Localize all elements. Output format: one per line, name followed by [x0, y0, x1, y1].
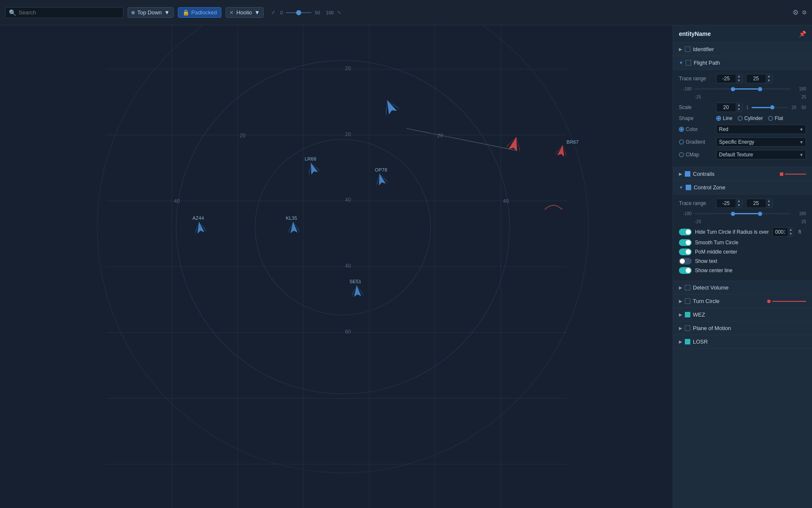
trace-range-min-spinners: ▲ ▼ [736, 74, 742, 83]
identifier-checkbox[interactable] [685, 46, 690, 52]
gradient-select[interactable]: Specific Energy Altitude Speed [716, 137, 806, 147]
cz-trace-min-up[interactable]: ▲ [736, 199, 742, 203]
hide-turn-up[interactable]: ▲ [787, 228, 793, 232]
map-area[interactable]: 20 20 40 40 60 40 20 20 40 [0, 25, 673, 508]
pom-toggle[interactable] [679, 249, 692, 255]
cmap-select-wrapper[interactable]: Default Texture Heat Cool ▼ [716, 150, 806, 159]
scale-input[interactable]: ▲ ▼ [716, 103, 743, 112]
aircraft-op78[interactable]: OP78 [372, 164, 392, 186]
aircraft-red-main[interactable] [505, 135, 524, 153]
section-losr[interactable]: ▶ LOSR [673, 335, 812, 349]
shape-flat-radio[interactable] [768, 116, 773, 121]
control-zone-checkbox[interactable] [686, 185, 691, 190]
cz-trace-max-down[interactable]: ▼ [766, 203, 772, 208]
gradient-select-wrapper[interactable]: Specific Energy Altitude Speed ▼ [716, 137, 806, 147]
cz-trace-min-down[interactable]: ▼ [736, 203, 742, 208]
aircraft-lr68[interactable]: LR68 [302, 153, 322, 176]
section-identifier[interactable]: ▶ Identifier [673, 43, 812, 56]
color-radio-item[interactable]: Color [679, 126, 713, 132]
cmap-radio-item[interactable]: CMap [679, 152, 713, 158]
show-center-toggle[interactable] [679, 267, 692, 274]
section-detect-volume[interactable]: ▶ Detect Volume [673, 281, 812, 295]
svg-line-25 [406, 128, 516, 150]
trace-range-max-down[interactable]: ▼ [766, 79, 772, 83]
trace-range-min-value[interactable] [717, 74, 736, 83]
contrails-checkbox[interactable] [685, 171, 690, 177]
cz-trace-max-input[interactable]: ▲ ▼ [746, 199, 773, 208]
pin-icon[interactable]: 📌 [799, 30, 806, 37]
detect-volume-arrow-icon: ▶ [679, 285, 682, 290]
cz-slider-left-thumb[interactable] [731, 212, 735, 216]
trace-range-min-input[interactable]: ▲ ▼ [716, 74, 743, 83]
slider-left-thumb[interactable] [731, 87, 735, 91]
scale-down[interactable]: ▼ [736, 107, 742, 112]
plane-of-motion-checkbox[interactable] [685, 325, 690, 331]
svg-marker-26 [383, 98, 397, 115]
shape-flat-item[interactable]: Flat [768, 115, 783, 121]
section-plane-of-motion[interactable]: ▶ Plane of Motion [673, 322, 812, 335]
hide-turn-circle-label: Hide Turn Circle if Radius is over [695, 229, 769, 235]
shape-line-item[interactable]: Line [716, 115, 733, 121]
gradient-radio-item[interactable]: Gradient [679, 139, 713, 145]
trace-range-max-up[interactable]: ▲ [766, 74, 772, 79]
turn-circle-checkbox[interactable] [685, 298, 690, 304]
svg-marker-48 [289, 221, 297, 233]
cmap-select[interactable]: Default Texture Heat Cool [716, 150, 806, 159]
cz-slider-right-thumb[interactable] [758, 212, 762, 216]
settings-icon[interactable]: ⚙ [793, 8, 798, 16]
scale-up[interactable]: ▲ [736, 103, 742, 107]
search-box[interactable]: 🔍 [5, 7, 123, 18]
color-radio[interactable] [679, 127, 684, 132]
cz-trace-max-value[interactable] [747, 199, 766, 208]
flight-path-body: Trace range ▲ ▼ ▲ ▼ - [673, 70, 812, 167]
hide-turn-value-input[interactable]: ▲ ▼ [772, 227, 793, 237]
wez-label: WEZ [693, 311, 705, 318]
gradient-radio[interactable] [679, 139, 684, 145]
aircraft-kl35[interactable]: KL35 [286, 214, 300, 234]
smooth-turn-toggle[interactable] [679, 239, 692, 246]
cmap-radio[interactable] [679, 152, 684, 157]
trace-range-max-value[interactable] [747, 74, 766, 83]
shape-cylinder-item[interactable]: Cylinder [738, 115, 763, 121]
flight-path-checkbox[interactable] [686, 60, 691, 66]
shape-cylinder-radio[interactable] [738, 116, 743, 121]
trace-range-min-down[interactable]: ▼ [736, 79, 742, 83]
cz-slider[interactable]: -180 180 [679, 211, 806, 216]
aircraft-main-blue[interactable] [380, 97, 401, 117]
settings-extra-icon[interactable]: ⚙ [802, 9, 807, 16]
trace-range-max-input[interactable]: ▲ ▼ [746, 74, 773, 83]
cz-trace-min-input[interactable]: ▲ ▼ [716, 199, 743, 208]
show-text-toggle[interactable] [679, 258, 692, 265]
scale-thumb[interactable] [770, 105, 774, 109]
view-dropdown[interactable]: Top Down ▼ [128, 7, 174, 18]
hide-turn-circle-toggle[interactable] [679, 229, 692, 235]
hoolio-dropdown[interactable]: ✕ Hoolio ▼ [226, 7, 264, 18]
section-wez[interactable]: ▶ WEZ [673, 308, 812, 322]
section-turn-circle[interactable]: ▶ Turn Circle [673, 295, 812, 308]
cz-trace-max-up[interactable]: ▲ [766, 199, 772, 203]
scale-max-label: 50 [801, 105, 806, 110]
hide-turn-value[interactable] [773, 228, 787, 236]
aircraft-se51[interactable]: SE51 [349, 278, 364, 298]
color-select[interactable]: Red Blue Green [716, 125, 806, 134]
section-contrails[interactable]: ▶ Contrails [673, 167, 812, 181]
trace-range-slider[interactable]: -180 180 [679, 87, 806, 91]
hide-turn-down[interactable]: ▼ [787, 232, 793, 236]
losr-checkbox[interactable] [685, 339, 690, 344]
search-input[interactable] [19, 9, 116, 16]
pom-row: PoM middle center [679, 249, 806, 255]
slider-right-thumb[interactable] [758, 87, 762, 91]
padlocked-button[interactable]: 🔒 Padlocked [178, 7, 222, 18]
shape-line-radio[interactable] [716, 116, 721, 121]
trace-range-min-up[interactable]: ▲ [736, 74, 742, 79]
scale-value[interactable] [717, 103, 736, 112]
section-control-zone[interactable]: ▼ Control Zone [673, 181, 812, 194]
color-select-wrapper[interactable]: Red Blue Green ▼ [716, 125, 806, 134]
cz-trace-min-value[interactable] [717, 199, 736, 208]
wez-checkbox[interactable] [685, 312, 690, 317]
svg-point-14 [176, 60, 510, 394]
section-flight-path[interactable]: ▼ Flight Path [673, 56, 812, 70]
aircraft-br67[interactable]: BR67 [555, 136, 580, 159]
aircraft-az44[interactable]: AZ44 [191, 213, 207, 234]
detect-volume-checkbox[interactable] [685, 285, 690, 290]
